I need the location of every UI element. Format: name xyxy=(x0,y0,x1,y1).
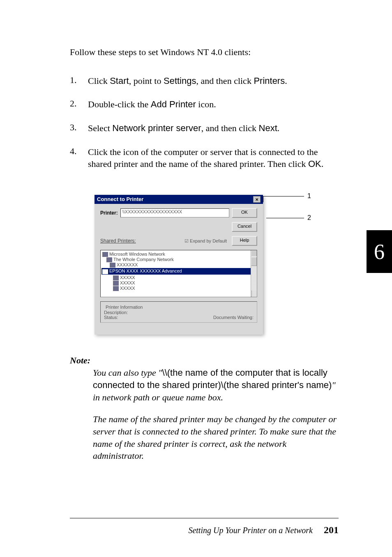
printer-icon xyxy=(102,269,108,274)
step-text: Click Start, point to Settings, and then… xyxy=(88,75,339,87)
callout-1-line-h xyxy=(263,196,304,196)
cancel-button[interactable]: Cancel xyxy=(232,222,257,232)
dialog-title-text: Connect to Printer xyxy=(97,196,143,203)
note-block: Note: You can also type "\\(the name of … xyxy=(70,355,339,462)
network-icon xyxy=(106,257,112,262)
step-number: 1. xyxy=(70,75,88,87)
list-item[interactable]: XXXXXXX xyxy=(102,262,255,268)
note-heading: Note: xyxy=(70,355,339,366)
printer-info-title: Printer Information xyxy=(104,305,144,310)
page-number: 201 xyxy=(324,525,339,535)
scroll-thumb[interactable] xyxy=(251,257,257,266)
expand-by-default-checkbox[interactable]: ☑ Expand by Default xyxy=(184,238,227,244)
computer-icon xyxy=(113,275,119,280)
list-item[interactable]: XXXXX xyxy=(102,275,255,280)
printer-info-description: Description: xyxy=(104,310,254,315)
list-item[interactable]: XXXXX xyxy=(102,286,255,291)
note-paragraph-1: You can also type "\\(the name of the co… xyxy=(93,367,339,403)
close-icon[interactable]: ✕ xyxy=(253,196,261,203)
printer-label: Printer: xyxy=(100,210,118,216)
connect-to-printer-dialog: Connect to Printer ✕ Printer: \\XXXXXXXX… xyxy=(95,195,263,335)
page-footer: Setting Up Your Printer on a Network 201 xyxy=(188,525,339,536)
help-button[interactable]: Help xyxy=(232,236,257,246)
list-item[interactable]: Microsoft Windows Network xyxy=(102,252,255,257)
footer-title: Setting Up Your Printer on a Network xyxy=(188,526,313,535)
network-icon xyxy=(102,252,108,257)
list-item[interactable]: XXXXX xyxy=(102,280,255,286)
step-item: 2.Double-click the Add Printer icon. xyxy=(70,98,339,111)
printer-information-group: Printer Information Description: Status:… xyxy=(100,301,257,323)
shared-printers-label: Shared Printers: xyxy=(100,238,136,244)
step-text: Click the icon of the computer or server… xyxy=(88,146,339,170)
step-item: 3.Select Network printer server, and the… xyxy=(70,122,339,134)
note-paragraph-2: The name of the shared printer may be ch… xyxy=(93,413,339,462)
ok-button[interactable]: OK xyxy=(232,208,257,218)
dialog-titlebar: Connect to Printer ✕ xyxy=(95,195,263,204)
step-number: 2. xyxy=(70,98,88,111)
dialog-figure: 1 2 Connect to Printer ✕ Printer: \\XXXX… xyxy=(86,183,316,339)
chapter-tab: 6 xyxy=(367,230,392,273)
callout-1-line-v xyxy=(263,196,263,202)
intro-text: Follow these steps to set Windows NT 4.0… xyxy=(70,46,339,58)
steps-list: 1.Click Start, point to Settings, and th… xyxy=(70,75,339,170)
computer-icon xyxy=(113,281,119,286)
step-item: 1.Click Start, point to Settings, and th… xyxy=(70,75,339,87)
step-number: 4. xyxy=(70,146,88,170)
folder-icon xyxy=(110,263,115,268)
list-item[interactable]: The Whole Company Network xyxy=(102,257,255,262)
step-item: 4.Click the icon of the computer or serv… xyxy=(70,146,339,170)
step-text: Select Network printer server, and then … xyxy=(88,122,339,134)
footer-rule xyxy=(70,518,339,518)
scroll-down-icon[interactable] xyxy=(251,290,252,297)
printer-path-input[interactable]: \\XXXXXXXXXXXXXXXXXXX xyxy=(120,208,229,217)
list-item-selected[interactable]: EPSON XXXX XXXXXXX Advanced xyxy=(101,268,256,274)
callout-2-line xyxy=(266,218,304,218)
printer-info-status: Status: Documents Waiting: xyxy=(104,315,254,320)
step-text: Double-click the Add Printer icon. xyxy=(88,98,339,111)
callout-2: 2 xyxy=(307,214,311,222)
list-scrollbar[interactable] xyxy=(251,250,257,297)
callout-1: 1 xyxy=(307,192,311,200)
shared-printers-list[interactable]: Microsoft Windows Network The Whole Comp… xyxy=(100,250,257,297)
computer-icon xyxy=(113,286,119,291)
step-number: 3. xyxy=(70,122,88,134)
